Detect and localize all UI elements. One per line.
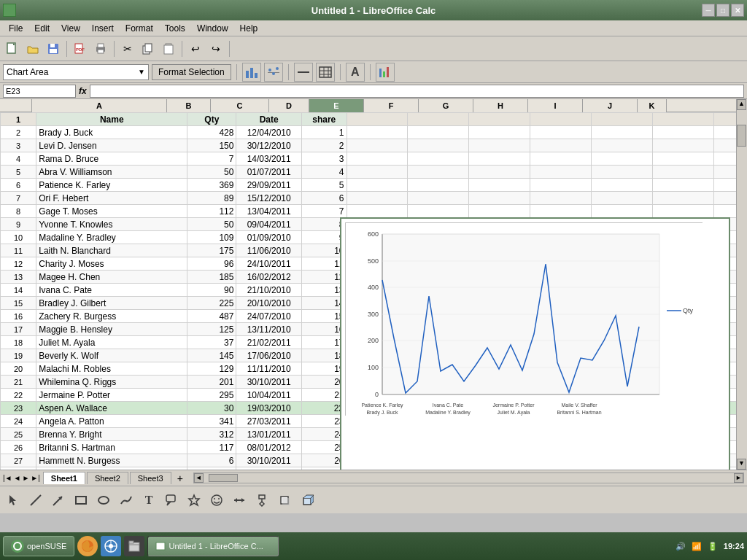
minimize-button[interactable]: ─ bbox=[702, 4, 715, 17]
col-header-b[interactable]: B bbox=[167, 99, 211, 112]
cell-name-box[interactable] bbox=[3, 85, 76, 98]
double-arrow-tool[interactable] bbox=[229, 490, 249, 510]
table-button[interactable] bbox=[316, 63, 335, 82]
callout-tool[interactable] bbox=[161, 490, 182, 510]
bar-chart-button[interactable] bbox=[242, 63, 261, 82]
col-header-g[interactable]: G bbox=[419, 99, 473, 112]
col-header-k[interactable]: K bbox=[638, 99, 667, 112]
flowchart-tool[interactable] bbox=[252, 490, 272, 510]
table-row[interactable]: 6Patience K. Farley36929/09/20115 bbox=[1, 179, 747, 192]
col-header-i[interactable]: I bbox=[528, 99, 583, 112]
ellipse-tool[interactable] bbox=[93, 490, 114, 510]
h-scroll-thumb[interactable] bbox=[209, 474, 238, 482]
menu-format[interactable]: Format bbox=[120, 22, 159, 35]
menu-view[interactable]: View bbox=[55, 22, 86, 35]
copy-button[interactable] bbox=[139, 39, 158, 58]
header-share[interactable]: share bbox=[301, 113, 347, 126]
export-pdf-button[interactable]: PDF bbox=[71, 39, 90, 58]
table-row[interactable]: 4Rama D. Bruce714/03/20113 bbox=[1, 152, 747, 166]
scroll-down-button[interactable]: ▼ bbox=[737, 459, 746, 470]
new-button[interactable] bbox=[3, 39, 22, 58]
menu-window[interactable]: Window bbox=[191, 22, 234, 35]
header-name[interactable]: Name bbox=[36, 113, 187, 126]
table-row[interactable]: 3Levi D. Jensen15030/12/20102 bbox=[1, 139, 747, 152]
active-window-button[interactable]: Untitled 1 - LibreOffice C... bbox=[147, 536, 279, 556]
svg-rect-22 bbox=[320, 67, 331, 77]
cursor-tool[interactable] bbox=[3, 490, 23, 510]
paste-button[interactable] bbox=[159, 39, 178, 58]
volume-icon[interactable]: 🔊 bbox=[676, 542, 686, 551]
network-icon[interactable]: 📶 bbox=[692, 542, 702, 551]
extrusion-tool[interactable] bbox=[297, 490, 317, 510]
arrow-tool[interactable] bbox=[48, 490, 69, 510]
table-row[interactable]: 8Gage T. Moses11213/04/20117 bbox=[1, 205, 747, 218]
scroll-up-button[interactable]: ▲ bbox=[737, 99, 746, 110]
header-date[interactable]: Date bbox=[236, 113, 302, 126]
line-tool[interactable] bbox=[26, 490, 46, 510]
menu-edit[interactable]: Edit bbox=[28, 22, 55, 35]
svg-point-71 bbox=[218, 498, 220, 499]
scroll-thumb[interactable] bbox=[737, 125, 746, 147]
menu-help[interactable]: Help bbox=[234, 22, 264, 35]
toolbar-separator-3 bbox=[182, 41, 182, 57]
sheet-nav-left[interactable]: |◄ bbox=[3, 474, 12, 482]
files-button[interactable] bbox=[124, 536, 144, 556]
format-selection-button[interactable]: Format Selection bbox=[152, 64, 231, 80]
vertical-scrollbar[interactable]: ▲ ▼ bbox=[736, 99, 747, 470]
col-header-a[interactable]: A bbox=[32, 99, 167, 112]
chart-type-button2[interactable] bbox=[264, 63, 283, 82]
table-row[interactable]: 5Abra V. Williamson5001/07/20114 bbox=[1, 166, 747, 179]
sheet-prev[interactable]: ◄ bbox=[14, 474, 21, 482]
scroll-right-button[interactable]: ► bbox=[734, 473, 743, 483]
firefox-button[interactable] bbox=[77, 536, 98, 556]
svg-rect-4 bbox=[50, 49, 57, 53]
sheet-tab-sheet3[interactable]: Sheet3 bbox=[130, 472, 171, 484]
sheet-tab-sheet2[interactable]: Sheet2 bbox=[87, 472, 128, 484]
scroll-left-button[interactable]: ◄ bbox=[194, 473, 204, 483]
menu-tools[interactable]: Tools bbox=[159, 22, 191, 35]
cut-button[interactable]: ✂ bbox=[118, 39, 137, 58]
col-header-j[interactable]: J bbox=[583, 99, 638, 112]
table-row[interactable]: 7Ori F. Hebert8915/12/20106 bbox=[1, 192, 747, 205]
text-tool[interactable]: T bbox=[139, 490, 159, 510]
freeform-tool[interactable] bbox=[116, 490, 136, 510]
smiley-tool[interactable] bbox=[206, 490, 227, 510]
undo-button[interactable]: ↩ bbox=[186, 39, 205, 58]
col-header-e[interactable]: E bbox=[309, 99, 364, 112]
redo-button[interactable]: ↪ bbox=[206, 39, 225, 58]
chart-container[interactable]: 0 100 200 300 400 500 600 Patience K. Fa… bbox=[340, 217, 730, 470]
table-row[interactable]: 2Brady J. Buck42812/04/20101 bbox=[1, 126, 747, 139]
svg-point-20 bbox=[276, 67, 279, 70]
shadow-tool[interactable] bbox=[274, 490, 295, 510]
close-button[interactable]: ✕ bbox=[731, 4, 744, 17]
print-button[interactable] bbox=[91, 39, 110, 58]
rectangle-tool[interactable] bbox=[71, 490, 91, 510]
chart-area-selector[interactable]: Chart Area ▼ bbox=[3, 64, 149, 80]
col-header-h[interactable]: H bbox=[473, 99, 528, 112]
col-header-f[interactable]: F bbox=[364, 99, 419, 112]
menu-file[interactable]: File bbox=[3, 22, 28, 35]
col-header-c[interactable]: C bbox=[211, 99, 269, 112]
data-chart-button[interactable] bbox=[376, 63, 395, 82]
battery-icon[interactable]: 🔋 bbox=[708, 542, 718, 551]
add-sheet-button[interactable]: + bbox=[173, 471, 187, 486]
sheet-nav-right[interactable]: ►| bbox=[31, 474, 40, 482]
col-header-d[interactable]: D bbox=[269, 99, 309, 112]
start-button[interactable]: openSUSE bbox=[3, 536, 74, 556]
horizontal-scrollbar[interactable]: ◄ ► bbox=[193, 472, 744, 483]
svg-text:Maile V. Shaffer: Maile V. Shaffer bbox=[561, 402, 597, 408]
formula-input[interactable] bbox=[90, 85, 744, 98]
browser-button[interactable] bbox=[101, 536, 121, 556]
sheet-tab-sheet1[interactable]: Sheet1 bbox=[43, 472, 85, 484]
line-style-button[interactable] bbox=[294, 63, 313, 82]
svg-marker-68 bbox=[189, 495, 199, 505]
text-style-button[interactable]: A bbox=[346, 63, 365, 82]
open-button[interactable] bbox=[23, 39, 42, 58]
maximize-button[interactable]: □ bbox=[716, 4, 729, 17]
shapes-tool[interactable] bbox=[184, 490, 204, 510]
menu-insert[interactable]: Insert bbox=[86, 22, 120, 35]
header-qty[interactable]: Qty bbox=[187, 113, 236, 126]
save-button[interactable] bbox=[44, 39, 63, 58]
sheet-next[interactable]: ► bbox=[22, 474, 29, 482]
dropdown-arrow: ▼ bbox=[138, 68, 145, 76]
